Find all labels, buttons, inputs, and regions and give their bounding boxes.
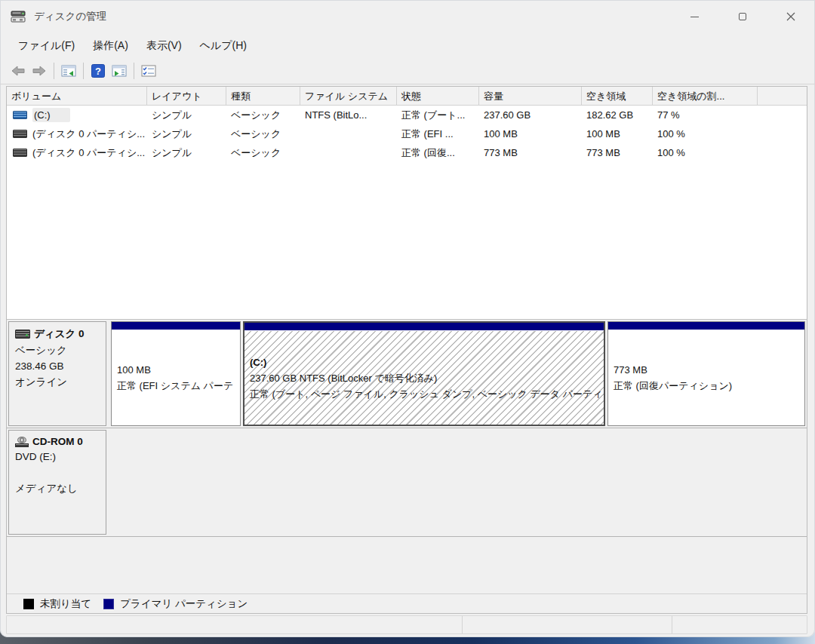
- volume-type: ベーシック: [226, 109, 300, 122]
- cdrom-spacer: [15, 465, 101, 480]
- volume-list-pane: ボリューム レイアウト 種類 ファイル システム 状態 容量 空き領域 空き領域…: [7, 87, 807, 320]
- disk0-label-panel[interactable]: ディスク 0 ベーシック 238.46 GB オンライン: [8, 321, 106, 426]
- partition-recovery[interactable]: 773 MB 正常 (回復パーティション): [607, 321, 805, 426]
- properties-checklist-button[interactable]: [138, 61, 159, 81]
- show-action-pane-button[interactable]: [109, 61, 130, 81]
- volume-percent-free: 100 %: [653, 128, 758, 140]
- volume-status: 正常 (回復...: [397, 146, 479, 160]
- toolbar-separator: [134, 63, 134, 79]
- volume-name: (C:): [32, 108, 70, 122]
- volume-type: ベーシック: [226, 146, 300, 160]
- column-header-filler: [758, 87, 807, 105]
- disk0-row: ディスク 0 ベーシック 238.46 GB オンライン 100 MB 正常 (…: [7, 320, 807, 428]
- disk0-kind: ベーシック: [15, 342, 101, 358]
- volume-row-efi[interactable]: (ディスク 0 パーティシ... シンプル ベーシック 正常 (EFI ... …: [7, 124, 807, 143]
- show-action-pane-icon: [112, 65, 127, 77]
- legend-primary-label: プライマリ パーティション: [120, 597, 248, 611]
- cdrom-label-panel[interactable]: CD-ROM 0 DVD (E:) メディアなし: [8, 430, 106, 535]
- column-header-volume[interactable]: ボリューム: [7, 87, 147, 105]
- back-button[interactable]: [8, 61, 29, 81]
- legend-bar: 未割り当て プライマリ パーティション: [7, 593, 807, 613]
- toolbar-separator: [54, 63, 54, 79]
- volume-row-recovery[interactable]: (ディスク 0 パーティシ... シンプル ベーシック 正常 (回復... 77…: [7, 143, 807, 162]
- column-header-type[interactable]: 種類: [226, 87, 300, 105]
- close-button[interactable]: [767, 0, 815, 33]
- partition-header-bar: [112, 322, 240, 330]
- legend-unallocated-label: 未割り当て: [40, 597, 91, 611]
- volume-drive-icon: [13, 111, 27, 119]
- volume-name: (ディスク 0 パーティシ...: [32, 127, 145, 141]
- volume-row-c[interactable]: (C:) シンプル ベーシック NTFS (BitLo... 正常 (ブート..…: [7, 106, 807, 124]
- column-header-filesystem[interactable]: ファイル システム: [300, 87, 397, 105]
- partition-status: 正常 (回復パーティション): [614, 378, 799, 394]
- volume-free: 182.62 GB: [582, 109, 653, 121]
- toolbar: ?: [0, 58, 815, 84]
- status-section-1: [7, 616, 463, 633]
- minimize-button[interactable]: [670, 0, 718, 33]
- disk0-size: 238.46 GB: [15, 358, 101, 374]
- column-header-capacity[interactable]: 容量: [479, 87, 582, 105]
- column-header-status[interactable]: 状態: [397, 87, 479, 105]
- menu-action[interactable]: 操作(A): [84, 35, 137, 57]
- volume-capacity: 100 MB: [479, 128, 582, 140]
- partition-header-bar: [244, 323, 604, 331]
- help-button[interactable]: ?: [88, 61, 109, 81]
- partition-status: 正常 (EFI システム パーテ: [117, 378, 235, 394]
- volume-capacity: 237.60 GB: [479, 109, 582, 121]
- properties-checklist-icon: [141, 65, 156, 77]
- volume-free: 773 MB: [582, 147, 653, 158]
- back-icon: [11, 66, 26, 76]
- show-console-tree-button[interactable]: [58, 61, 79, 81]
- cdrom-drive: DVD (E:): [15, 449, 101, 465]
- partition-efi[interactable]: 100 MB 正常 (EFI システム パーテ: [111, 321, 241, 426]
- forward-icon: [32, 66, 47, 76]
- volume-filesystem: NTFS (BitLo...: [300, 109, 397, 121]
- svg-text:?: ?: [95, 66, 101, 77]
- volume-free: 100 MB: [582, 128, 653, 140]
- volume-drive-icon: [13, 130, 27, 138]
- volume-table-header: ボリューム レイアウト 種類 ファイル システム 状態 容量 空き領域 空き領域…: [7, 87, 807, 106]
- menu-view[interactable]: 表示(V): [137, 35, 191, 57]
- volume-layout: シンプル: [147, 146, 226, 160]
- column-header-free[interactable]: 空き領域: [582, 87, 653, 105]
- help-icon: ?: [91, 64, 105, 78]
- partition-status: 正常 (ブート, ページ ファイル, クラッシュ ダンプ, ベーシック データ …: [250, 386, 598, 402]
- title-bar: ディスクの管理: [0, 0, 815, 33]
- cdrom-icon: [15, 437, 29, 447]
- menu-help[interactable]: ヘルプ(H): [191, 35, 256, 57]
- show-console-tree-icon: [61, 65, 76, 77]
- partition-header-bar: [608, 322, 804, 330]
- partition-c-selected[interactable]: (C:) 237.60 GB NTFS (BitLocker で暗号化済み) 正…: [243, 321, 605, 426]
- partition-size: 773 MB: [614, 362, 799, 378]
- column-header-layout[interactable]: レイアウト: [147, 87, 226, 105]
- forward-button[interactable]: [29, 61, 50, 81]
- disk0-partitions: 100 MB 正常 (EFI システム パーテ (C:) 237.60 GB N…: [111, 321, 805, 426]
- status-section-3: [672, 616, 807, 633]
- menu-file[interactable]: ファイル(F): [9, 35, 84, 57]
- graphical-view-pane: ディスク 0 ベーシック 238.46 GB オンライン 100 MB 正常 (…: [7, 320, 807, 613]
- volume-drive-icon: [13, 149, 27, 157]
- volume-type: ベーシック: [226, 127, 300, 141]
- column-header-percent-free[interactable]: 空き領域の割...: [653, 87, 758, 105]
- volume-name: (ディスク 0 パーティシ...: [32, 146, 145, 160]
- menu-bar: ファイル(F) 操作(A) 表示(V) ヘルプ(H): [0, 33, 815, 58]
- cdrom-empty-area: [106, 430, 805, 535]
- close-icon: [786, 12, 795, 21]
- toolbar-separator: [83, 63, 84, 79]
- maximize-icon: [739, 13, 746, 20]
- minimize-icon: [690, 17, 699, 17]
- disk-management-window: ディスクの管理 ファイル(F) 操作(A) 表示(V) ヘルプ(H): [0, 0, 815, 637]
- disk0-name: ディスク 0: [34, 327, 85, 341]
- status-bar: [6, 615, 807, 634]
- cdrom-name: CD-ROM 0: [32, 436, 83, 447]
- partition-size: 237.60 GB NTFS (BitLocker で暗号化済み): [250, 370, 598, 386]
- disk0-status: オンライン: [15, 374, 101, 390]
- cdrom-row: CD-ROM 0 DVD (E:) メディアなし: [7, 428, 807, 537]
- status-section-2: [463, 616, 672, 633]
- window-title: ディスクの管理: [34, 10, 106, 23]
- volume-percent-free: 77 %: [653, 109, 758, 121]
- disk-icon: [15, 330, 30, 339]
- maximize-button[interactable]: [718, 0, 767, 33]
- volume-layout: シンプル: [147, 127, 226, 141]
- graph-pane-filler: [7, 537, 807, 593]
